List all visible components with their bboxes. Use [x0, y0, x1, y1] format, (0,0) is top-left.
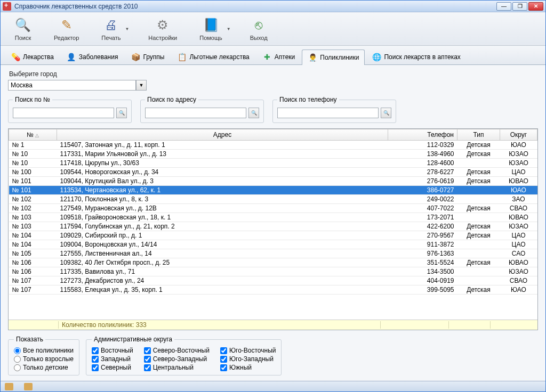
table-row[interactable]: № 107115583, Елецкая ул., д. 35, корп. 1… — [9, 285, 537, 295]
toolbar-exit[interactable]: ⎋ Выход — [247, 15, 271, 42]
globe-icon: 🌐 — [372, 52, 381, 62]
table-row[interactable]: № 106109382, 40 Лет Октября просп., д. 2… — [9, 258, 537, 267]
table-scroll[interactable]: № △ Адрес Телефон Тип Округ № 1115407, З… — [9, 129, 537, 320]
minimize-button[interactable]: — — [496, 2, 511, 11]
search-num-label: Поиск по № — [13, 96, 52, 103]
table-row[interactable]: № 104109029, Сибирский пр., д. 1270-9567… — [9, 231, 537, 240]
table-row[interactable]: № 103117594, Голубинская ул., д. 21, кор… — [9, 222, 537, 231]
table-row[interactable]: № 106117335, Вавилова ул., 71134-3500ЮЗА… — [9, 267, 537, 276]
edit-icon: ✎ — [58, 17, 75, 34]
col-header-okr[interactable]: Округ — [500, 129, 537, 141]
chk-nw[interactable]: Северо-Западный — [144, 355, 210, 363]
tab-clinics[interactable]: 👨‍⚕️Поликлиники — [302, 50, 365, 65]
tab-lgot[interactable]: 📋Льготные лекарства — [171, 49, 255, 64]
toolbar-editor[interactable]: ✎ Редактор — [51, 15, 82, 42]
col-header-type[interactable]: Тип — [457, 129, 500, 141]
toolbar-print[interactable]: 🖨 Печать — [98, 15, 124, 42]
radio-children[interactable]: Только детские — [14, 363, 74, 372]
filter-districts: Административные округа Восточный Западн… — [86, 336, 282, 375]
close-button[interactable]: ✕ — [528, 2, 543, 11]
tab-bar: 💊Лекарства 👤Заболевания 📦Группы 📋Льготны… — [1, 46, 545, 65]
city-combo[interactable] — [8, 80, 136, 91]
tab-medicines[interactable]: 💊Лекарства — [5, 49, 60, 64]
clinics-table: № △ Адрес Телефон Тип Округ № 1115407, З… — [8, 128, 538, 330]
pill-icon: 💊 — [11, 52, 20, 62]
table-row[interactable]: № 101113534, Чертановская ул., 62, к. 13… — [9, 186, 537, 195]
chk-central[interactable]: Центральный — [144, 363, 210, 372]
filter-show: Показать Все поликлиники Только взрослые… — [8, 336, 79, 375]
search-addr-button[interactable]: 🔍 — [248, 108, 259, 118]
table-row[interactable]: № 104109004, Воронцовская ул., 14/14911-… — [9, 240, 537, 249]
window-title: Справочник лекарственных средств 2010 — [14, 3, 496, 10]
city-label: Выберите город — [8, 70, 538, 78]
toolbar-search[interactable]: 🔍 Поиск — [11, 15, 35, 42]
search-tel-button[interactable]: 🔍 — [381, 108, 391, 118]
table-row[interactable]: № 101109044, Крутицкий Вал ул., д. 3276-… — [9, 177, 537, 186]
help-dropdown-arrow[interactable]: ▼ — [227, 27, 231, 31]
table-row[interactable]: № 102121170, Поклонная ул., 8, к. 3249-0… — [9, 195, 537, 204]
search-addr-input[interactable] — [145, 108, 246, 118]
search-num-button[interactable]: 🔍 — [116, 108, 127, 118]
chk-ne[interactable]: Северо-Восточный — [144, 346, 210, 355]
city-combo-button[interactable]: ▼ — [136, 80, 147, 91]
radio-adults[interactable]: Только взрослые — [14, 355, 74, 363]
tab-diseases[interactable]: 👤Заболевания — [61, 49, 124, 64]
print-icon: 🖨 — [102, 17, 119, 34]
search-addr-label: Поиск по адресу — [145, 96, 198, 103]
search-tel-label: Поиск по телефону — [277, 96, 339, 103]
box-icon: 📦 — [131, 52, 140, 62]
tab-pharmacies[interactable]: ✚Аптеки — [256, 49, 301, 64]
table-row[interactable]: № 100109544, Новорогожская ул., д. 34278… — [9, 168, 537, 177]
col-header-addr[interactable]: Адрес — [57, 129, 388, 141]
print-dropdown-arrow[interactable]: ▼ — [125, 27, 129, 31]
chk-west[interactable]: Западный — [92, 355, 133, 363]
table-footer: Количество поликлиник: 333 — [9, 320, 537, 330]
col-header-tel[interactable]: Телефон — [388, 129, 457, 141]
col-header-num[interactable]: № △ — [9, 129, 57, 141]
toolbar-settings[interactable]: ⚙ Настройки — [145, 15, 180, 42]
chk-sw[interactable]: Юго-Западный — [220, 355, 276, 363]
search-icon: 🔍 — [14, 17, 31, 34]
cross-icon: ✚ — [262, 52, 272, 62]
gear-icon: ⚙ — [154, 17, 171, 34]
help-icon: 📘 — [203, 17, 220, 34]
table-row[interactable]: № 102127549, Мурановская ул., д. 12В407-… — [9, 204, 537, 213]
person-icon: 👨‍⚕️ — [308, 53, 317, 62]
tab-find-pharm[interactable]: 🌐Поиск лекарств в аптеках — [366, 49, 466, 64]
table-row[interactable]: № 105127555, Лиственничная ал., 14976-13… — [9, 249, 537, 258]
search-tel-input[interactable] — [277, 108, 379, 118]
head-icon: 👤 — [67, 52, 76, 62]
exit-icon: ⎋ — [250, 17, 267, 34]
taskbar — [1, 381, 545, 391]
app-icon — [3, 2, 11, 11]
table-row[interactable]: № 10117418, Цюрупы ул., 30/63128-4600ЮЗА… — [9, 159, 537, 168]
table-row[interactable]: № 10117331, Марии Ульяновой ул., д. 1313… — [9, 150, 537, 159]
main-toolbar: 🔍 Поиск ✎ Редактор 🖨 Печать ▼ ⚙ Настройк… — [1, 12, 545, 46]
note-icon: 📋 — [177, 52, 187, 62]
chk-se[interactable]: Юго-Восточный — [220, 346, 276, 355]
titlebar: Справочник лекарственных средств 2010 — … — [1, 1, 545, 12]
table-row[interactable]: № 1115407, Затонная ул., д. 11, корп. 11… — [9, 141, 537, 150]
taskbar-item[interactable] — [5, 383, 13, 390]
toolbar-help[interactable]: 📘 Помощь — [196, 15, 226, 42]
table-row[interactable]: № 103109518, Грайвороновская ул., 18, к.… — [9, 213, 537, 222]
maximize-button[interactable]: ❐ — [512, 2, 527, 11]
tab-groups[interactable]: 📦Группы — [125, 49, 170, 64]
search-num-input[interactable] — [13, 108, 114, 118]
chk-south[interactable]: Южный — [220, 363, 276, 372]
table-row[interactable]: № 107127273, Декабристов ул., 24404-0919… — [9, 276, 537, 285]
chk-north[interactable]: Северный — [92, 363, 133, 372]
radio-all[interactable]: Все поликлиники — [14, 346, 74, 355]
chk-east[interactable]: Восточный — [92, 346, 133, 355]
taskbar-item[interactable] — [24, 383, 33, 390]
